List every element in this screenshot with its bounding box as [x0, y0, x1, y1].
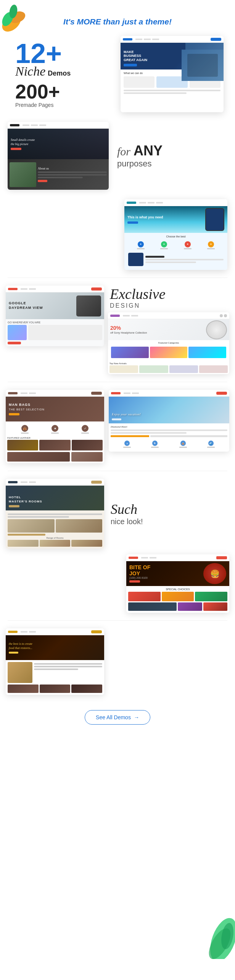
bags-nav-2 [29, 392, 36, 394]
cat-2 [150, 347, 188, 358]
hotel-room-imgs [8, 519, 102, 533]
gadget-nav-2 [29, 288, 36, 290]
price-bar-1 [111, 435, 149, 437]
burger-img: 🍔 [203, 563, 226, 584]
travel-hero-section: Enjoy your vacation! [109, 397, 229, 423]
food-items-row-1 [128, 592, 227, 601]
bags-feat-label-2 [51, 433, 59, 434]
shop-nav-1 [123, 315, 130, 316]
bags-products-row [7, 440, 103, 450]
rest-gallery-row [8, 685, 102, 693]
food-phone: (100) 200-9100 [129, 576, 201, 579]
food-item-5 [178, 602, 202, 611]
see-all-demos-button[interactable]: See All Demos → [85, 710, 150, 725]
row-restaurant: the best is to createfood that restores.… [0, 625, 235, 699]
hotel-nav-2 [29, 481, 36, 483]
bags-feat-icon-1: 👜 [21, 425, 28, 432]
food-item-4 [128, 602, 177, 611]
bags-feat-label-1 [21, 433, 29, 434]
bags-detail-img [71, 452, 103, 462]
about-line-3 [38, 177, 83, 178]
bags-hero-section: MAN BAGSTHE BEST SELECTION [6, 397, 104, 421]
hotel-nav [6, 479, 104, 486]
row-hotel-such: HOTELMASTER'S ROOMS Range of Rooms [0, 475, 235, 552]
headphone-img [206, 320, 227, 339]
bags-featured-products: FEATURED LEATHER [7, 437, 103, 450]
gadget-nav-1 [21, 288, 27, 290]
rest-hero-content: the best is to createfood that restores.… [9, 642, 32, 654]
bag-prod-3 [72, 440, 103, 450]
travel-feat-icon-1: ✈ [124, 441, 130, 446]
food-order-btn [129, 580, 140, 583]
food-nav-2 [150, 557, 156, 559]
bags-shop-btn [9, 413, 19, 415]
gadget-title: GOOGLEDAYDREAM VIEW [9, 301, 76, 310]
arrival-3 [169, 365, 198, 373]
app-nav [124, 199, 227, 206]
pages-label: Premade Pages [15, 102, 116, 108]
hotel-title: HOTELMASTER'S ROOMS [9, 495, 42, 504]
rest-gal-2 [40, 685, 71, 693]
app-icon-row: ✦ ✦ ✦ ✦ [127, 239, 225, 251]
app-nav-1 [139, 202, 146, 203]
such-label: Such [111, 501, 229, 517]
featured-label: Featured Categories [109, 342, 228, 344]
rest-reserve-btn [9, 652, 18, 654]
photo-hero-section: Small details createthe big picture [8, 129, 109, 159]
row-app-demo: This is what you need Choose the best ✦ … [0, 195, 235, 274]
food-nav-logo [129, 557, 138, 559]
shop-discount: 20% [110, 325, 204, 331]
gadget-content: GO WHEREVER YOU ARE [6, 319, 104, 346]
burger-emoji: 🍔 [210, 569, 220, 578]
shop-nav-2 [131, 315, 138, 316]
food-item-3 [195, 592, 227, 601]
demo-screenshot-shop: 20% off Sony Headphone Collection Featur… [108, 312, 229, 374]
photo-nav-1 [23, 124, 29, 126]
travel-feat-lbl-2 [151, 447, 159, 448]
rest-line-3 [34, 668, 78, 670]
text-line-1 [124, 90, 221, 91]
business-hero-content: MAKEBUSINESSGREAT AGAIN [124, 50, 221, 66]
travel-feat-icon-4: 🌊 [208, 441, 214, 446]
arrival-2 [139, 365, 168, 373]
about-text-content: About us [38, 167, 107, 182]
photo-about-section: About us [8, 159, 109, 190]
app-icon-2: ✦ [160, 241, 168, 249]
gadget-buy-btn [8, 342, 21, 344]
photo-nav-3 [39, 124, 46, 126]
bags-feat-2: ★ [51, 425, 59, 434]
cta-button-row: See All Demos → [0, 699, 235, 732]
bags-feat-1: 👜 [21, 425, 29, 434]
rest-title: the best is to createfood that restores.… [9, 642, 32, 650]
hotel-line-2 [8, 516, 69, 518]
hotel-nav-1 [21, 481, 27, 483]
food-hero-section: BITE OFJOY (100) 200-9100 🍔 [126, 561, 229, 586]
rest-about-row [8, 662, 102, 683]
photo-nav [8, 122, 109, 129]
see-all-label: See All Demos [96, 714, 131, 720]
rest-line-1 [34, 663, 102, 665]
shop-nav-logo [110, 315, 120, 317]
gadget-hero: GOOGLEDAYDREAM VIEW [6, 292, 104, 319]
hotel-nav-logo [8, 481, 18, 483]
travel-nav-cta [216, 392, 227, 395]
photo-nav-2 [31, 124, 38, 126]
travel-line-2 [111, 432, 187, 434]
header-title: It's MORE than just a theme! [63, 17, 172, 26]
gadget-hero-text: GOOGLEDAYDREAM VIEW [9, 301, 76, 310]
easy-line-2 [145, 259, 224, 260]
app-nav-3 [156, 202, 163, 203]
travel-hero-content: Enjoy your vacation! [112, 412, 141, 420]
hotel-range-row [8, 540, 102, 547]
easy-line-3 [145, 262, 196, 263]
divider-2 [8, 382, 227, 382]
stats-row: 12+ Niche Demos 200+ Premade Pages [0, 30, 235, 116]
shop-nav [108, 312, 229, 319]
food-nav [126, 554, 229, 561]
rest-gal-1 [8, 685, 39, 693]
business-hero-title: MAKEBUSINESSGREAT AGAIN [124, 50, 221, 62]
gadget-sub-label: GO WHEREVER YOU ARE [8, 321, 102, 324]
app-hero-btn [127, 221, 138, 224]
app-icon-1: ✦ [137, 241, 145, 249]
about-us-label: About us [38, 167, 107, 170]
